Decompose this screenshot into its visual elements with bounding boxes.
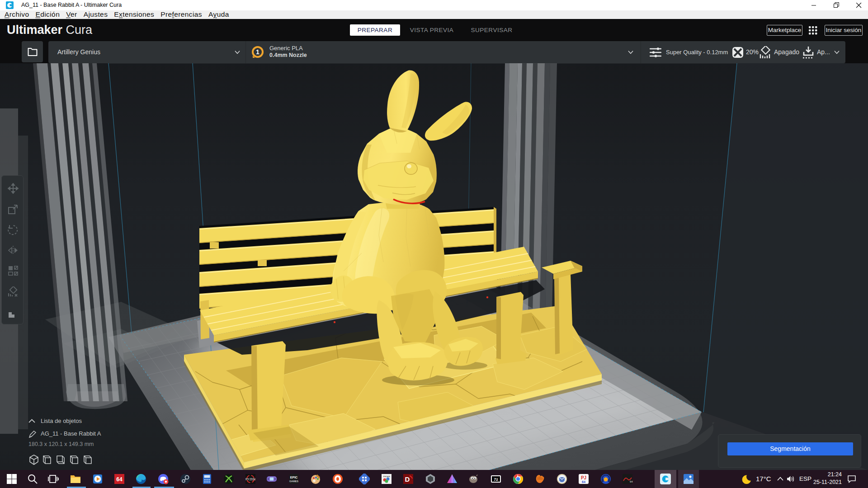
svg-text:zsnes: zsnes	[383, 475, 390, 478]
svg-text:64: 64	[582, 480, 585, 483]
svg-text:D: D	[405, 475, 410, 483]
svg-text:EPIC: EPIC	[290, 476, 297, 479]
svg-text:PJ: PJ	[581, 475, 586, 480]
svg-text:GAMES: GAMES	[289, 480, 298, 483]
svg-text:RYZEN: RYZEN	[245, 478, 255, 481]
svg-text:64: 64	[630, 480, 633, 483]
svg-text:1: 1	[256, 48, 259, 56]
svg-text:64: 64	[116, 476, 123, 483]
svg-text:7z: 7z	[494, 477, 498, 482]
